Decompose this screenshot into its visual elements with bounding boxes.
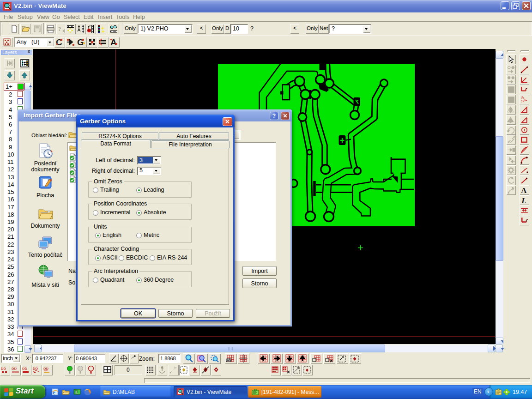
- svg-text:66: 66: [43, 365, 49, 371]
- svg-text:A: A: [521, 186, 526, 195]
- svg-text:66: 66: [1, 365, 6, 371]
- svg-text:66: 66: [22, 365, 28, 371]
- svg-text:L: L: [521, 196, 526, 205]
- svg-text:66: 66: [33, 365, 38, 371]
- svg-text:66: 66: [12, 365, 17, 371]
- svg-text:?: ?: [58, 25, 61, 32]
- svg-text:L: L: [75, 390, 78, 394]
- svg-text:e: e: [53, 389, 55, 396]
